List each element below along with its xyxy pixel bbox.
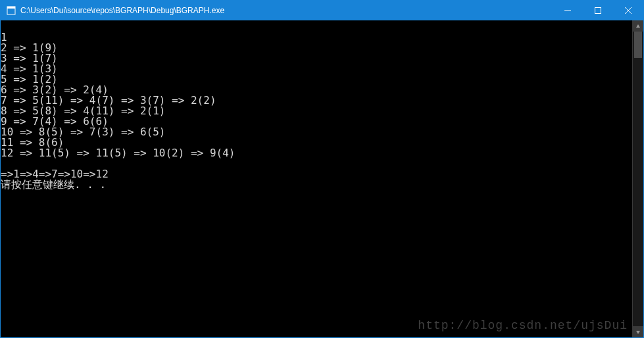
- window-controls: [553, 1, 643, 20]
- console-line: 3 => 1(7): [1, 53, 632, 64]
- console-line: 4 => 1(3): [1, 64, 632, 74]
- console-line: [1, 22, 632, 32]
- svg-marker-7: [636, 331, 640, 334]
- console-line: 请按任意键继续. . .: [1, 180, 632, 190]
- vertical-scrollbar[interactable]: [632, 20, 643, 337]
- svg-rect-3: [595, 8, 601, 14]
- console-window: C:\Users\Dui\source\repos\BGRAPH\Debug\B…: [0, 0, 644, 338]
- app-icon: [6, 5, 16, 16]
- minimize-button[interactable]: [553, 1, 583, 20]
- scroll-up-button[interactable]: [633, 20, 643, 32]
- console-line: 1: [1, 32, 632, 43]
- console-output[interactable]: 12 => 1(9)3 => 1(7)4 => 1(3)5 => 1(2)6 =…: [1, 20, 632, 337]
- console-line: 10 => 8(5) => 7(3) => 6(5): [1, 127, 632, 137]
- svg-marker-6: [636, 24, 640, 28]
- window-title: C:\Users\Dui\source\repos\BGRAPH\Debug\B…: [20, 6, 553, 15]
- maximize-button[interactable]: [583, 1, 613, 20]
- titlebar: C:\Users\Dui\source\repos\BGRAPH\Debug\B…: [1, 1, 643, 20]
- console-area: 12 => 1(9)3 => 1(7)4 => 1(3)5 => 1(2)6 =…: [1, 20, 643, 337]
- console-line: 12 => 11(5) => 11(5) => 10(2) => 9(4): [1, 148, 632, 158]
- console-line: 2 => 1(9): [1, 43, 632, 53]
- scroll-thumb[interactable]: [634, 32, 642, 58]
- close-button[interactable]: [613, 1, 643, 20]
- svg-rect-1: [7, 7, 15, 9]
- scroll-track[interactable]: [633, 32, 643, 326]
- scroll-down-button[interactable]: [633, 326, 643, 337]
